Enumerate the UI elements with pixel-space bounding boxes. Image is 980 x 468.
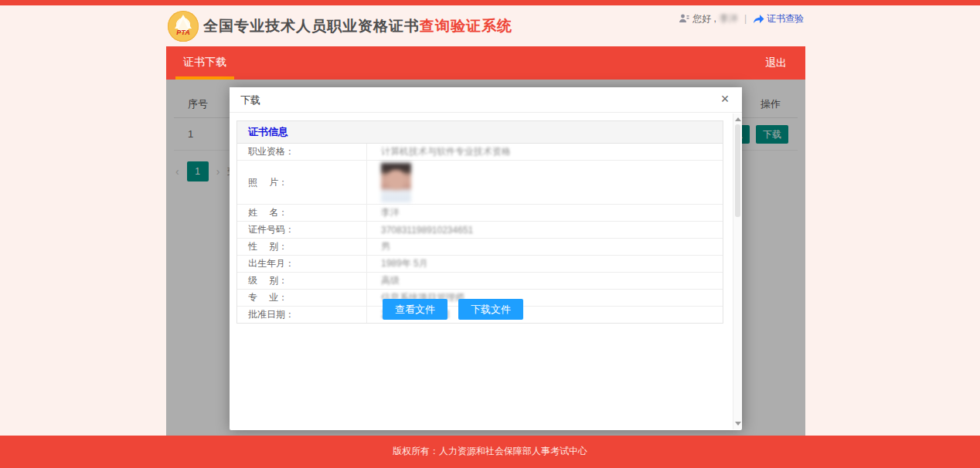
field-row-gender: 性 别： 男 — [237, 239, 723, 256]
field-value: 高级 — [367, 273, 413, 289]
tab-certificate-download[interactable]: 证书下载 — [172, 46, 237, 80]
view-file-button[interactable]: 查看文件 — [383, 299, 447, 320]
modal-actions: 查看文件 下载文件 — [383, 299, 523, 320]
page: { "brand": { "logo_text": "PTA", "title_… — [0, 0, 980, 468]
field-value: 男 — [367, 239, 404, 255]
main-nav: 证书下载 退出 — [166, 46, 805, 80]
logo-petal-shape — [175, 15, 192, 29]
field-label: 证件号码： — [237, 222, 367, 238]
field-row-level: 级 别： 高级 — [237, 273, 723, 290]
modal-title: 下载 — [240, 94, 260, 106]
field-label: 级 别： — [237, 273, 367, 289]
field-row-qualification: 职业资格： 计算机技术与软件专业技术资格 — [237, 144, 723, 161]
certificate-info-title: 证书信息 — [237, 121, 723, 144]
close-icon[interactable]: × — [716, 87, 734, 111]
certificate-info-panel: 证书信息 职业资格： 计算机技术与软件专业技术资格 照 片： 姓 名： 李洋 — [236, 120, 723, 324]
username: 李洋 — [720, 12, 738, 25]
userbar: 您好 , 李洋 | 证书查验 — [679, 12, 804, 25]
modal-body: 证书信息 职业资格： 计算机技术与软件专业技术资格 照 片： 姓 名： 李洋 — [230, 114, 742, 430]
field-value: 李洋 — [367, 205, 413, 221]
field-label: 照 片： — [237, 161, 367, 204]
field-label: 批准日期： — [237, 307, 367, 323]
logo-text: PTA — [176, 29, 189, 36]
certificate-verify-label: 证书查验 — [767, 12, 804, 25]
scroll-down-icon[interactable] — [735, 422, 741, 426]
field-row-id-number: 证件号码： 370831198910234651 — [237, 222, 723, 239]
userbar-divider: | — [744, 13, 747, 24]
forward-arrow-icon — [753, 14, 764, 24]
field-value: 计算机技术与软件专业技术资格 — [367, 144, 525, 160]
scrollbar-thumb[interactable] — [735, 124, 740, 217]
modal-header: 下载 × — [230, 87, 742, 113]
modal-scrollbar[interactable] — [733, 114, 741, 429]
field-label: 姓 名： — [237, 205, 367, 221]
field-label: 专 业： — [237, 290, 367, 306]
page-title-main: 全国专业技术人员职业资格证书 — [203, 18, 420, 34]
field-value: 370831198910234651 — [367, 222, 487, 238]
id-photo — [381, 163, 411, 202]
download-modal: 下载 × 证书信息 职业资格： 计算机技术与软件专业技术资格 照 片： 姓 名： — [230, 87, 742, 430]
top-accent-strip — [0, 0, 980, 5]
greeting-text: 您好 , — [692, 12, 716, 25]
field-value: 1989年 5月 — [367, 256, 442, 272]
user-icon — [679, 13, 689, 24]
scroll-up-icon[interactable] — [735, 117, 741, 121]
certificate-verify-link[interactable]: 证书查验 — [753, 12, 804, 25]
page-title: 全国专业技术人员职业资格证书查询验证系统 — [203, 16, 512, 36]
field-row-name: 姓 名： 李洋 — [237, 205, 723, 222]
page-title-accent: 查询验证系统 — [420, 18, 512, 34]
field-label: 职业资格： — [237, 144, 367, 160]
field-row-birth: 出生年月： 1989年 5月 — [237, 256, 723, 273]
field-label: 性 别： — [237, 239, 367, 255]
header: PTA 全国专业技术人员职业资格证书查询验证系统 您好 , 李洋 | 证书查验 — [166, 5, 805, 46]
field-row-photo: 照 片： — [237, 161, 723, 205]
field-label: 出生年月： — [237, 256, 367, 272]
brand: PTA 全国专业技术人员职业资格证书查询验证系统 — [168, 11, 512, 42]
pta-logo-icon: PTA — [168, 11, 199, 42]
content-area: 序号 操作 1 证书信息 下载 ‹ 1 › 到第 下载 × 证书信息 — [166, 80, 805, 436]
logout-button[interactable]: 退出 — [747, 46, 805, 80]
footer: 版权所有：人力资源和社会保障部人事考试中心 — [0, 436, 980, 468]
copyright-text: 版权所有：人力资源和社会保障部人事考试中心 — [393, 445, 587, 458]
field-value — [367, 161, 425, 204]
id-photo-face — [386, 170, 406, 190]
download-file-button[interactable]: 下载文件 — [458, 299, 523, 320]
